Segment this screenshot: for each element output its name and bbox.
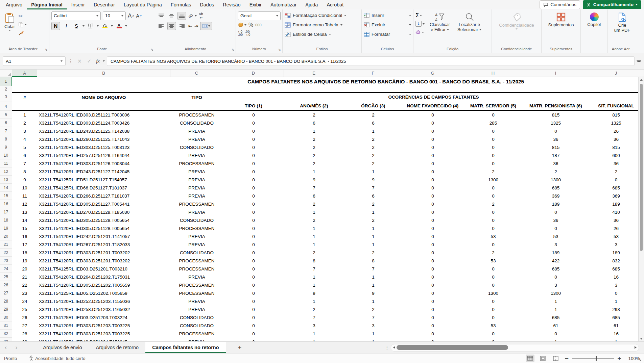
cell-seq[interactable]: 12 <box>12 200 37 208</box>
cell-tipo1[interactable]: 0 <box>223 265 284 273</box>
table-row[interactable]: 31 27 X3211.T54120RL.IED303.D251203.T003… <box>0 321 644 330</box>
cell-file-name[interactable]: X3211.T54120RL.IED258.D251203.T165032 <box>37 305 170 313</box>
cell-tipo[interactable]: PROCESSAMEN <box>170 289 223 297</box>
cell-tipo1[interactable]: 0 <box>223 281 284 289</box>
new-sheet-button[interactable]: + <box>235 342 245 353</box>
increase-decimal-button[interactable]: ←0,00 <box>238 30 243 36</box>
cell-seq[interactable]: 18 <box>12 249 37 257</box>
cell-tipo[interactable]: PREVIA <box>170 176 223 184</box>
cell-seq[interactable]: 6 <box>12 151 37 159</box>
cell-matr-pensionista[interactable]: 1300 <box>523 176 588 184</box>
cell-file-name[interactable]: X3211.T54120RL.IED303.D251201.T003202 <box>37 257 170 265</box>
scroll-right-icon[interactable] <box>635 346 637 349</box>
cell-orgao[interactable]: 9 <box>344 176 402 184</box>
cell-tipo[interactable]: PREVIA <box>170 305 223 313</box>
cell-sit-funcional[interactable]: 0 <box>588 176 644 184</box>
insert-cells-button[interactable]: Inserir <box>364 11 411 20</box>
table-row[interactable]: 28 24 X3211.T54120RL.IED252.D251203.T155… <box>0 297 644 305</box>
cell-matr-servidor[interactable]: 1300 <box>463 289 523 297</box>
collapse-ribbon-icon[interactable] <box>639 360 641 361</box>
table-row[interactable]: 5 1 X3211.T54120RL.IED303.D251121.T00300… <box>0 111 644 119</box>
select-all-corner[interactable] <box>0 70 12 77</box>
row-header[interactable]: 24 <box>0 265 12 273</box>
cell-orgao[interactable]: 1 <box>344 208 402 216</box>
zoom-slider-thumb[interactable] <box>596 356 597 361</box>
cell-tipo1[interactable]: 0 <box>223 330 284 338</box>
cell-favorecido[interactable]: 0 <box>402 119 463 127</box>
cell-file-name[interactable]: X3211.T54120RL.IED303.D251201.T003202 <box>37 249 170 257</box>
cell-anomes[interactable]: 1 <box>284 281 344 289</box>
cell-tipo1[interactable]: 0 <box>223 184 284 192</box>
cell-anomes[interactable]: 1 <box>284 240 344 249</box>
cell-favorecido[interactable]: 0 <box>402 289 463 297</box>
cell-anomes[interactable]: 7 <box>284 184 344 192</box>
cell-file-name[interactable]: X3211.T54125RL.IED66.D251127.T181037 <box>37 184 170 192</box>
cell-tipo[interactable]: PREVIA <box>170 208 223 216</box>
align-top-button[interactable] <box>157 12 165 20</box>
cell-favorecido[interactable]: 0 <box>402 313 463 321</box>
header-file[interactable]: NOME DO ARQUIVO <box>37 92 170 102</box>
cell-seq[interactable]: 17 <box>12 240 37 249</box>
empty-row-2[interactable] <box>12 86 644 92</box>
row-header[interactable]: 29 <box>0 305 12 313</box>
cell-file-name[interactable]: X3211.T54125RL.IED03.D251201.T003210 <box>37 265 170 273</box>
cell-orgao[interactable]: 1 <box>344 297 402 305</box>
cell-tipo1[interactable]: 0 <box>223 119 284 127</box>
cell-orgao[interactable]: 7 <box>344 184 402 192</box>
paste-button[interactable]: Colar <box>2 11 17 32</box>
cell-favorecido[interactable]: 0 <box>402 216 463 224</box>
menu-tab[interactable]: Automatizar <box>266 0 301 9</box>
cell-anomes[interactable]: 1 <box>284 297 344 305</box>
cell-matr-pensionista[interactable]: 53 <box>523 232 588 240</box>
cell-sit-funcional[interactable]: 36 <box>588 159 644 167</box>
scroll-up-icon[interactable] <box>640 79 643 81</box>
conditional-formatting-button[interactable]: Formatação Condicional <box>285 11 359 20</box>
bold-button[interactable]: N <box>51 22 60 30</box>
menu-tab[interactable]: Arquivo <box>1 0 27 9</box>
cell-anomes[interactable]: 2 <box>284 135 344 143</box>
cell-matr-pensionista[interactable]: 0 <box>523 208 588 216</box>
cell-matr-servidor[interactable]: 0 <box>463 111 523 119</box>
cell-tipo[interactable]: PROCESSAMEN <box>170 330 223 338</box>
cell-matr-pensionista[interactable]: 422 <box>523 257 588 265</box>
cell-tipo1[interactable]: 0 <box>223 224 284 232</box>
menu-tab[interactable]: Dados <box>195 0 218 9</box>
cell-orgao[interactable]: 2 <box>344 305 402 313</box>
cell-tipo[interactable]: PROCESSAMEN <box>170 281 223 289</box>
row-header-2[interactable]: 2 <box>0 86 12 92</box>
fill-color-button[interactable] <box>101 22 109 30</box>
format-painter-button[interactable] <box>19 30 27 36</box>
cell-orgao[interactable]: 2 <box>344 151 402 159</box>
cell-anomes[interactable]: 9 <box>284 176 344 184</box>
align-middle-button[interactable] <box>167 12 175 20</box>
row-header[interactable]: 22 <box>0 249 12 257</box>
cell-orgao[interactable]: 1 <box>344 330 402 338</box>
cell-favorecido[interactable]: 0 <box>402 330 463 338</box>
cell-tipo[interactable]: PROCESSAMEN <box>170 159 223 167</box>
table-row[interactable]: 9 5 X3211.T54120RL.IED303.D251125.T00312… <box>0 143 644 151</box>
cell-matr-servidor[interactable]: 1300 <box>463 176 523 184</box>
cell-seq[interactable]: 19 <box>12 257 37 265</box>
decrease-decimal-button[interactable]: ,00→,0 <box>245 30 250 36</box>
cell-matr-pensionista[interactable]: 1300 <box>523 289 588 297</box>
subheader-favorecido[interactable]: NOME FAVORECIDO (4) <box>402 102 463 111</box>
name-box[interactable]: A1 <box>3 56 66 66</box>
cell-matr-servidor[interactable]: 0 <box>463 313 523 321</box>
row-header[interactable]: 25 <box>0 273 12 281</box>
cell-orgao[interactable]: 6 <box>344 192 402 200</box>
cell-matr-pensionista[interactable]: 0 <box>523 273 588 281</box>
subheader-matr-pensionista[interactable]: MATR. PENSIONISTA (6) <box>523 102 588 111</box>
subheader-sit-funcional[interactable]: SIT. FUNCIONAL <box>588 102 644 111</box>
fill-button[interactable]: ↓ <box>415 21 425 27</box>
cell-matr-pensionista[interactable]: 685 <box>523 313 588 321</box>
cell-seq[interactable]: 8 <box>12 167 37 176</box>
table-row[interactable]: 20 16 X3211.T54120RL.IED242.D251201.T141… <box>0 232 644 240</box>
cell-file-name[interactable]: X3211.T54120RL.IED264.D251202.T175031 <box>37 273 170 281</box>
table-row[interactable]: 13 9 X3211.T54125RL.IED51.D251127.T15405… <box>0 176 644 184</box>
header-num[interactable]: # <box>12 92 37 102</box>
cell-styles-button[interactable]: Estilos de Célula <box>285 30 359 39</box>
table-row[interactable]: 26 22 X3211.T54120RL.IED305.D251202.T005… <box>0 281 644 289</box>
borders-button[interactable] <box>87 22 95 30</box>
cell-anomes[interactable]: 3 <box>284 321 344 330</box>
cell-orgao[interactable]: 6 <box>344 119 402 127</box>
